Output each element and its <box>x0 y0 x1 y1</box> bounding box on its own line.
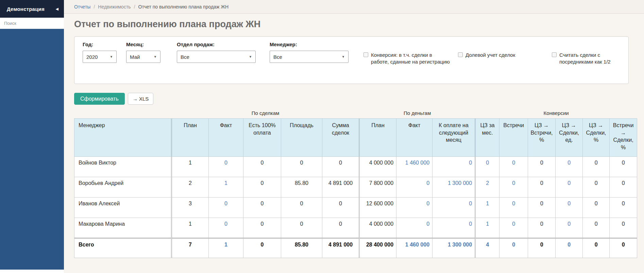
filter-month: Месяц: Май ▼ <box>126 41 160 63</box>
column-header: ЦЗ за мес. <box>475 119 499 157</box>
table-value-link[interactable]: 0 <box>567 180 571 186</box>
table-cell: 0 <box>583 177 610 198</box>
checkbox-shared-accounting[interactable]: Долевой учет сделок <box>458 52 531 58</box>
table-cell[interactable]: 0 <box>433 218 475 238</box>
table-value-link[interactable]: 0 <box>486 160 489 166</box>
table-value-link[interactable]: 0 <box>224 160 227 166</box>
manager-name-cell: Войнов Виктор <box>74 157 172 177</box>
table-value-link[interactable]: 0 <box>224 201 227 206</box>
table-row: Воробьев Андрей21085.804 891 0007 800 00… <box>74 177 637 198</box>
table-cell[interactable]: 1 <box>475 218 499 238</box>
table-value-link[interactable]: 0 <box>512 242 515 248</box>
table-cell[interactable]: 1 460 000 <box>396 157 433 177</box>
table-cell[interactable]: 2 <box>475 177 499 198</box>
sidebar-collapse-icon[interactable]: ◀ <box>56 7 58 11</box>
column-header: К оплате на следующий месяц <box>433 119 475 157</box>
manager-select[interactable]: Все ▼ <box>270 51 349 63</box>
table-cell: 1 <box>172 218 209 238</box>
table-cell[interactable]: 1 300 000 <box>433 177 475 198</box>
table-cell[interactable]: 0 <box>209 218 243 238</box>
checkbox-box[interactable] <box>552 52 557 57</box>
table-group-label: По деньгам <box>359 110 475 119</box>
table-cell: 0 <box>610 218 637 238</box>
table-cell[interactable]: 0 <box>499 198 528 218</box>
table-cell[interactable]: 0 <box>396 198 433 218</box>
table-value-link[interactable]: 0 <box>469 221 472 227</box>
table-cell[interactable]: 0 <box>556 157 583 177</box>
year-select[interactable]: 2020 ▼ <box>83 51 117 63</box>
breadcrumb-separator: / <box>134 4 135 10</box>
checkbox-conversion[interactable]: Конверсия: в т.ч. сделки в работе, сданн… <box>363 52 451 66</box>
table-row: Иванов Алексей3000012 600 00000100000 <box>74 198 637 218</box>
table-value-link[interactable]: 0 <box>426 201 429 206</box>
table-cell[interactable]: 1 <box>209 238 243 258</box>
table-value-link[interactable]: 1 460 000 <box>405 242 429 248</box>
table-group-label: По сделкам <box>172 110 359 119</box>
table-value-link[interactable]: 0 <box>567 221 571 227</box>
table-cell[interactable]: 0 <box>475 157 499 177</box>
table-value-link[interactable]: 0 <box>426 180 429 186</box>
table-value-link[interactable]: 0 <box>512 201 515 206</box>
sidebar: Демонстрация ◀ <box>0 0 64 273</box>
table-cell[interactable]: 1 460 000 <box>396 238 433 258</box>
table-value-link[interactable]: 4 <box>486 242 489 248</box>
table-cell[interactable]: 1 <box>475 198 499 218</box>
table-cell: 0 <box>583 198 610 218</box>
page-title: Отчет по выполнению плана продаж ЖН <box>74 19 644 30</box>
table-value-link[interactable]: 0 <box>426 221 429 227</box>
department-select[interactable]: Все ▼ <box>177 51 256 63</box>
generate-button[interactable]: Сформировать <box>74 93 125 105</box>
table-cell[interactable]: 0 <box>433 198 475 218</box>
table-value-link[interactable]: 0 <box>567 160 571 166</box>
checkbox-shared-accounting-label: Долевой учет сделок <box>465 52 515 58</box>
table-value-link[interactable]: 1 300 000 <box>448 242 472 248</box>
table-cell[interactable]: 0 <box>396 218 433 238</box>
checkbox-intermediary-half[interactable]: Считать сделки с посредниками как 1/2 <box>552 52 624 66</box>
table-value-link[interactable]: 2 <box>486 180 489 186</box>
search-input[interactable] <box>4 21 64 26</box>
column-header: Встречи → Сделки, % <box>610 119 637 157</box>
breadcrumb-item-realestate[interactable]: Недвижимость <box>98 4 131 10</box>
table-value-link[interactable]: 0 <box>567 242 571 248</box>
table-cell[interactable]: 0 <box>499 157 528 177</box>
table-value-link[interactable]: 1 <box>224 242 227 248</box>
table-value-link[interactable]: 0 <box>512 221 515 227</box>
table-value-link[interactable]: 0 <box>512 160 515 166</box>
table-cell[interactable]: 0 <box>396 177 433 198</box>
table-cell[interactable]: 0 <box>556 218 583 238</box>
table-cell[interactable]: 0 <box>499 238 528 258</box>
chevron-down-icon: ▼ <box>249 55 252 58</box>
checkbox-box[interactable] <box>363 52 368 57</box>
table-value-link[interactable]: 0 <box>469 160 472 166</box>
table-cell[interactable]: 0 <box>556 198 583 218</box>
table-value-link[interactable]: 0 <box>224 221 227 227</box>
column-header: Факт <box>209 119 243 157</box>
table-value-link[interactable]: 1 <box>486 221 489 227</box>
table-value-link[interactable]: 0 <box>512 180 515 186</box>
breadcrumb-item-reports[interactable]: Отчеты <box>74 4 90 10</box>
table-cell[interactable]: 0 <box>209 198 243 218</box>
table-cell[interactable]: 0 <box>433 157 475 177</box>
export-xls-button[interactable]: → XLS <box>128 93 154 105</box>
table-cell[interactable]: 1 <box>209 177 243 198</box>
table-cell[interactable]: 1 300 000 <box>433 238 475 258</box>
table-cell: 0 <box>243 218 281 238</box>
table-cell[interactable]: 0 <box>556 177 583 198</box>
table-cell[interactable]: 0 <box>499 177 528 198</box>
table-value-link[interactable]: 1 <box>486 201 489 206</box>
table-value-link[interactable]: 1 <box>224 180 227 186</box>
table-cell[interactable]: 0 <box>209 157 243 177</box>
checkbox-box[interactable] <box>458 52 463 57</box>
month-select[interactable]: Май ▼ <box>126 51 160 63</box>
table-value-link[interactable]: 0 <box>469 201 472 206</box>
totals-row: Всего71085.804 891 00028 400 0001 460 00… <box>74 238 637 258</box>
table-cell[interactable]: 4 <box>475 238 499 258</box>
table-body: Войнов Виктор100004 000 0001 460 0000000… <box>74 157 637 258</box>
year-select-value: 2020 <box>86 54 98 60</box>
checkbox-intermediary-half-label: Считать сделки с посредниками как 1/2 <box>559 52 624 66</box>
table-value-link[interactable]: 1 460 000 <box>405 160 429 166</box>
table-cell[interactable]: 0 <box>499 218 528 238</box>
table-value-link[interactable]: 1 300 000 <box>448 180 472 186</box>
table-cell[interactable]: 0 <box>556 238 583 258</box>
table-value-link[interactable]: 0 <box>567 201 571 206</box>
